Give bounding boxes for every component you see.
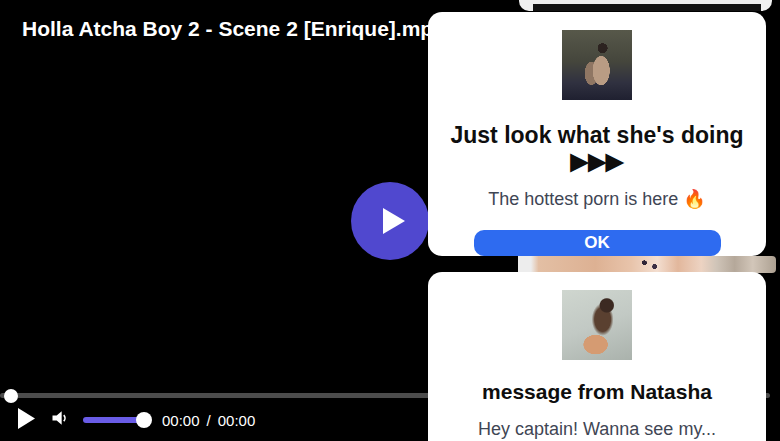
play-icon [383, 208, 405, 234]
video-title: Holla Atcha Boy 2 - Scene 2 [Enrique].mp… [22, 17, 445, 41]
ok-button[interactable]: OK [474, 230, 721, 256]
message-subtext: Hey captain! Wanna see my... [478, 418, 716, 440]
message-heading: message from Natasha [482, 380, 712, 404]
video-player-page: Holla Atcha Boy 2 - Scene 2 [Enrique].mp… [0, 0, 780, 441]
message-photo-thumbnail[interactable] [562, 290, 632, 360]
big-play-button[interactable] [351, 182, 429, 260]
total-duration: 00:00 [218, 412, 256, 429]
promo-subtext: The hottest porn is here 🔥 [488, 188, 706, 210]
seek-knob[interactable] [4, 389, 18, 403]
message-popup[interactable]: message from Natasha Hey captain! Wanna … [428, 272, 766, 441]
partial-top-card [519, 0, 772, 11]
play-button[interactable] [15, 406, 37, 430]
promo-heading: Just look what she's doing ▶▶▶ [428, 122, 766, 174]
time-display: 00:00 / 00:00 [162, 412, 255, 429]
volume-low-icon [50, 408, 70, 428]
mute-button[interactable] [49, 407, 71, 429]
promo-popup[interactable]: Just look what she's doing ▶▶▶ The hotte… [428, 12, 766, 256]
partial-underlay-photo [518, 256, 776, 273]
partial-top-card-image-edge [533, 4, 761, 11]
time-separator: / [207, 412, 211, 429]
play-icon [18, 408, 35, 429]
promo-photo-thumbnail[interactable] [562, 30, 632, 100]
current-time: 00:00 [162, 412, 200, 429]
volume-knob[interactable] [136, 412, 152, 428]
